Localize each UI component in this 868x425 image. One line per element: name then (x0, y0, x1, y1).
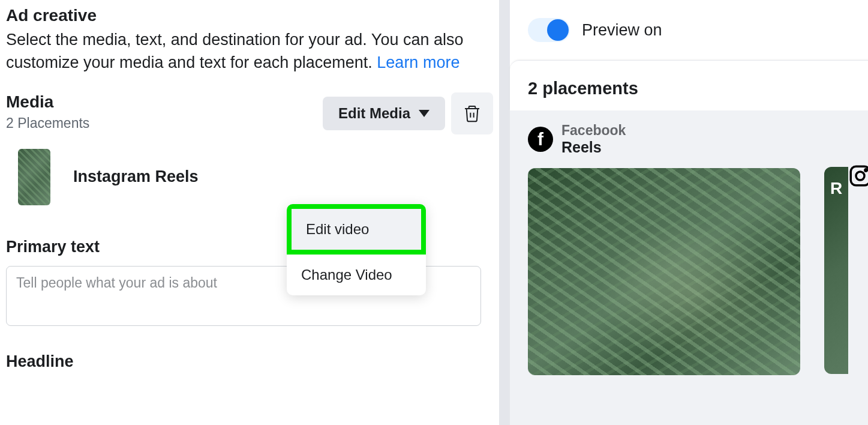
media-thumbnail (18, 149, 50, 205)
facebook-icon: f (528, 127, 553, 152)
caret-down-icon (419, 110, 430, 117)
edit-video-option[interactable]: Edit video (287, 204, 426, 255)
svg-point-1 (856, 172, 864, 180)
panel-divider (499, 0, 510, 425)
media-title: Media (6, 92, 89, 112)
svg-point-2 (865, 169, 867, 172)
media-subtitle: 2 Placements (6, 115, 89, 131)
edit-media-dropdown: Edit video Change Video (287, 204, 426, 295)
delete-media-button[interactable] (451, 92, 493, 134)
media-item-label: Instagram Reels (73, 167, 199, 186)
placement-preview-image-2[interactable]: R (824, 167, 848, 374)
placement-card-facebook: f Facebook Reels (528, 122, 800, 425)
media-item[interactable]: Instagram Reels (6, 149, 493, 205)
preview-toggle[interactable] (528, 18, 570, 42)
placement-card-instagram: R (824, 167, 848, 425)
change-video-option[interactable]: Change Video (287, 255, 426, 295)
instagram-icon (848, 163, 868, 191)
edit-media-button[interactable]: Edit Media (323, 97, 445, 130)
headline-label: Headline (6, 352, 493, 371)
ad-creative-title: Ad creative (6, 6, 493, 25)
trash-icon (462, 104, 482, 123)
learn-more-link[interactable]: Learn more (377, 53, 459, 71)
ad-creative-description: Select the media, text, and destination … (6, 29, 493, 74)
placement-network: Facebook (561, 122, 626, 139)
placement-type: Reels (561, 139, 626, 156)
placement-preview-image[interactable] (528, 168, 800, 375)
placements-header: 2 placements (510, 60, 868, 110)
preview-toggle-label: Preview on (582, 21, 662, 40)
